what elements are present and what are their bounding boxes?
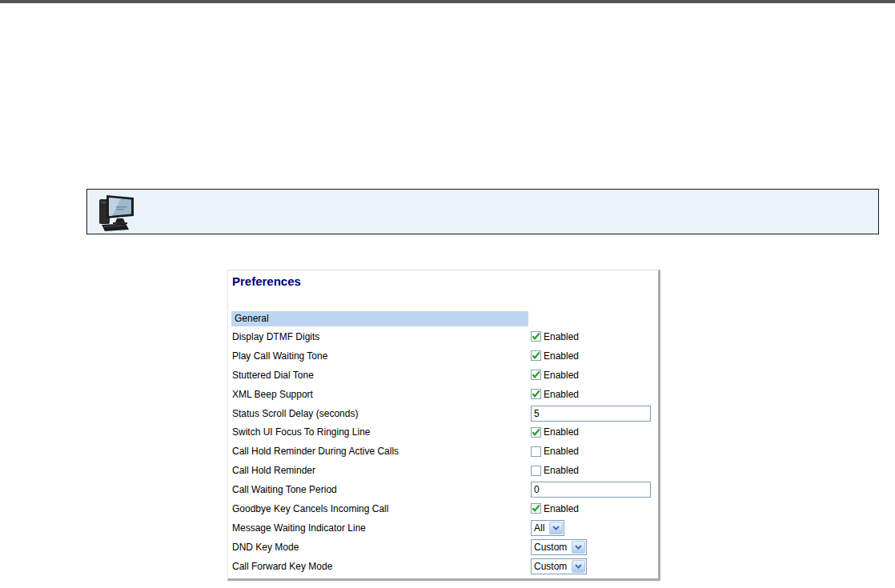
setting-label: Status Scroll Delay (seconds) [228,408,531,419]
unchecked-checkbox[interactable] [531,446,541,457]
chevron-down-icon[interactable] [572,560,585,573]
check-icon [531,389,541,399]
chevron-down-icon[interactable] [549,522,563,534]
setting-row-status-scroll-delay-seconds: Status Scroll Delay (seconds) [228,404,658,423]
setting-control: Enabled [531,446,579,457]
note-banner [86,189,879,234]
checked-checkbox[interactable] [531,370,541,380]
computer-icon [97,192,138,234]
setting-row-xml-beep-support: XML Beep SupportEnabled [228,385,658,404]
select-call-forward-key-mode[interactable]: Custom [531,558,587,574]
setting-row-call-hold-reminder: Call Hold ReminderEnabled [228,461,658,480]
checked-checkbox[interactable] [531,427,541,438]
setting-label: Goodbye Key Cancels Incoming Call [228,503,531,514]
unchecked-checkbox[interactable] [531,466,541,476]
checkbox-caption: Enabled [544,370,579,381]
setting-control: Enabled [531,389,579,400]
select-value: All [532,522,548,534]
select-value: Custom [532,561,571,572]
checked-checkbox[interactable] [531,389,541,399]
checked-checkbox[interactable] [531,350,541,361]
setting-control [531,406,651,422]
text-input-status-scroll-delay-seconds[interactable] [531,406,651,422]
setting-label: Switch UI Focus To Ringing Line [228,426,531,438]
setting-control: Enabled [531,370,579,381]
setting-row-call-forward-key-mode: Call Forward Key ModeCustom [228,557,658,576]
checked-checkbox[interactable] [531,331,541,342]
checkbox-caption: Enabled [544,389,579,400]
setting-label: Call Hold Reminder [228,465,531,476]
setting-control: Custom [531,539,587,555]
page: Preferences General Display DTMF DigitsE… [0,0,895,588]
setting-control: Enabled [531,426,579,438]
setting-control: Enabled [531,350,579,362]
select-message-waiting-indicator-line[interactable]: All [531,520,564,536]
setting-label: Play Call Waiting Tone [228,350,531,362]
setting-row-dnd-key-mode: DND Key ModeCustom [228,538,658,557]
page-title: Preferences [232,274,301,288]
setting-label: Message Waiting Indicator Line [228,522,531,534]
setting-label: Call Waiting Tone Period [228,484,531,495]
select-value: Custom [532,542,571,553]
setting-row-message-waiting-indicator-line: Message Waiting Indicator LineAll [228,518,658,538]
setting-label: Call Hold Reminder During Active Calls [228,446,531,457]
setting-label: XML Beep Support [228,389,531,400]
setting-control: Enabled [531,465,579,476]
checked-checkbox[interactable] [531,503,541,514]
setting-label: Call Forward Key Mode [228,561,531,572]
checkbox-caption: Enabled [544,503,579,514]
check-icon [531,370,541,380]
check-icon [531,503,541,514]
preferences-panel: Preferences General Display DTMF DigitsE… [227,270,660,581]
setting-row-goodbye-key-cancels-incoming-call: Goodbye Key Cancels Incoming CallEnabled [228,499,658,518]
setting-label: DND Key Mode [228,542,531,553]
setting-row-call-hold-reminder-during-active-calls: Call Hold Reminder During Active CallsEn… [228,442,658,461]
setting-control: Enabled [531,331,579,342]
chevron-down-icon[interactable] [572,541,585,554]
setting-row-display-dtmf-digits: Display DTMF DigitsEnabled [228,327,658,346]
setting-control: All [531,520,564,536]
setting-label: Stuttered Dial Tone [228,370,531,381]
check-icon [531,331,541,342]
checkbox-caption: Enabled [544,446,579,457]
checkbox-caption: Enabled [544,350,579,362]
top-divider-bar [0,0,895,3]
setting-control [531,482,651,498]
section-header-general: General [231,311,528,326]
text-input-call-waiting-tone-period[interactable] [531,482,651,498]
setting-label: Display DTMF Digits [228,331,531,342]
setting-row-switch-ui-focus-to-ringing-line: Switch UI Focus To Ringing LineEnabled [228,422,658,442]
setting-row-stuttered-dial-tone: Stuttered Dial ToneEnabled [228,366,658,385]
setting-control: Custom [531,558,587,574]
checkbox-caption: Enabled [544,331,579,342]
setting-control: Enabled [531,503,579,514]
checkbox-caption: Enabled [544,426,579,438]
settings-rows: Display DTMF DigitsEnabledPlay Call Wait… [228,327,658,576]
setting-row-play-call-waiting-tone: Play Call Waiting ToneEnabled [228,346,658,366]
checkbox-caption: Enabled [544,465,579,476]
setting-row-call-waiting-tone-period: Call Waiting Tone Period [228,480,658,499]
check-icon [531,350,541,361]
select-dnd-key-mode[interactable]: Custom [531,539,587,555]
check-icon [531,427,541,438]
